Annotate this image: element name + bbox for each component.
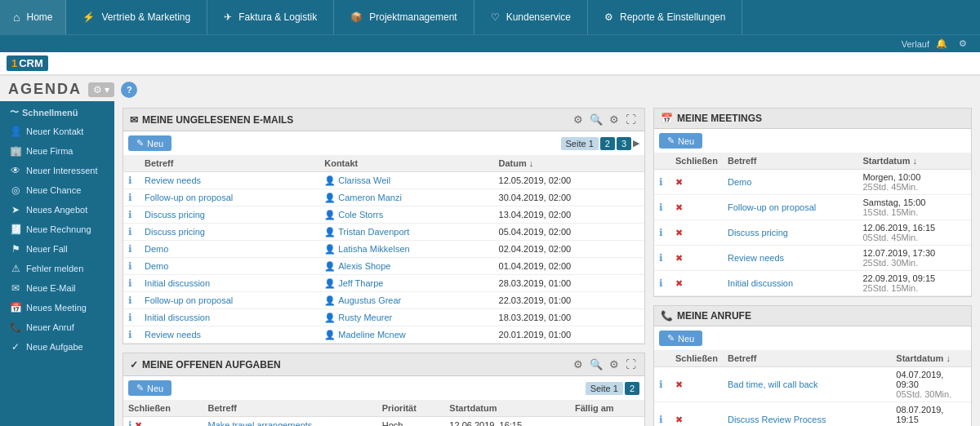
meeting-close-icon[interactable]: ✖ — [675, 253, 683, 263]
emails-new-button[interactable]: ✎ Neu — [128, 135, 172, 151]
call-info-icon[interactable]: ℹ — [659, 379, 663, 390]
emails-page3-btn[interactable]: 3 — [617, 137, 631, 150]
sidebar-item-aufgabe[interactable]: ✓ Neue Aufgabe — [0, 337, 114, 357]
task-info-icon[interactable]: ℹ — [128, 419, 132, 426]
call-close-icon[interactable]: ✖ — [675, 415, 683, 424]
tasks-page2-btn[interactable]: 2 — [625, 382, 639, 395]
tasks-search-icon[interactable]: 🔍 — [588, 357, 604, 371]
contact-cell: 👤Jeff Tharpe — [319, 275, 493, 292]
email-subject-link[interactable]: Discuss pricing — [145, 227, 205, 237]
emails-settings-icon[interactable]: ⚙ — [572, 113, 585, 126]
info-icon[interactable]: ℹ — [128, 209, 132, 220]
sidebar-item-anruf[interactable]: 📞 Neuer Anruf — [0, 317, 114, 337]
email-contact-link[interactable]: Madeline Mcnew — [338, 330, 406, 339]
call-close-icon[interactable]: ✖ — [675, 379, 683, 389]
email-subject-link[interactable]: Demo — [145, 261, 168, 271]
meeting-info-icon[interactable]: ℹ — [659, 252, 663, 264]
info-icon[interactable]: ℹ — [128, 312, 132, 323]
emails-page2-btn[interactable]: 2 — [600, 137, 615, 150]
email-subject-link[interactable]: Initial discussion — [145, 313, 210, 322]
sidebar-item-fehler[interactable]: ⚠ Fehler melden — [0, 259, 114, 278]
info-icon[interactable]: ℹ — [128, 329, 132, 340]
email-contact-link[interactable]: Clarissa Weil — [338, 175, 390, 185]
info-icon[interactable]: ℹ — [128, 192, 132, 203]
meeting-info-icon[interactable]: ℹ — [659, 176, 663, 188]
nav-vertrieb[interactable]: ⚡ Vertrieb & Marketing — [66, 0, 207, 34]
meeting-close-icon[interactable]: ✖ — [675, 202, 683, 212]
contact-cell: 👤Madeline Mcnew — [319, 326, 493, 344]
call-info-icon[interactable]: ℹ — [659, 414, 663, 425]
sidebar-item-email[interactable]: ✉ Neue E-Mail — [0, 278, 114, 298]
nav-projekt[interactable]: 📦 Projektmanagement — [334, 0, 474, 34]
info-icon[interactable]: ℹ — [128, 260, 132, 272]
call-subject-link[interactable]: Bad time, will call back — [728, 379, 818, 389]
sidebar-item-kontakt[interactable]: 👤 Neuer Kontakt — [0, 122, 114, 141]
email-contact-link[interactable]: Jeff Tharpe — [338, 278, 383, 288]
agenda-gear-button[interactable]: ⚙ ▾ — [88, 82, 114, 97]
calls-new-button[interactable]: ✎ Neu — [659, 331, 702, 346]
email-subject-link[interactable]: Discuss pricing — [145, 210, 205, 220]
emails-page1-btn[interactable]: Seite 1 — [561, 137, 599, 150]
email-contact-link[interactable]: Cameron Manzi — [338, 193, 402, 202]
info-icon[interactable]: ℹ — [128, 243, 132, 255]
nav-reporte[interactable]: ⚙ Reporte & Einstellungen — [588, 0, 742, 34]
subject-cell: Follow-up on proposal — [140, 292, 319, 309]
tasks-new-button[interactable]: ✎ Neu — [128, 380, 172, 396]
nav-kunde[interactable]: ♡ Kundenservice — [474, 0, 588, 34]
sidebar-item-interessent[interactable]: 👁 Neuer Interessent — [0, 161, 114, 180]
email-subject-link[interactable]: Review needs — [145, 175, 201, 185]
email-contact-link[interactable]: Augustus Grear — [338, 295, 401, 305]
emails-search-icon[interactable]: 🔍 — [588, 113, 604, 126]
call-subject-link[interactable]: Discuss Review Process — [728, 415, 826, 424]
meeting-subject-link[interactable]: Discuss pricing — [728, 228, 788, 237]
meetings-new-button[interactable]: ✎ Neu — [659, 133, 702, 149]
email-subject-link[interactable]: Review needs — [145, 330, 201, 339]
tasks-expand-icon[interactable]: ⛶ — [624, 357, 638, 371]
settings-icon[interactable]: ⚙ — [959, 38, 967, 49]
bell-icon[interactable]: 🔔 — [936, 38, 947, 49]
meeting-subject-link[interactable]: Follow-up on proposal — [728, 202, 816, 212]
email-contact-link[interactable]: Rusty Meurer — [338, 313, 392, 322]
sidebar-item-firma[interactable]: 🏢 Neue Firma — [0, 141, 114, 161]
info-icon[interactable]: ℹ — [128, 277, 132, 289]
meeting-close-icon[interactable]: ✖ — [675, 177, 683, 187]
meeting-close-icon[interactable]: ✖ — [675, 228, 683, 237]
email-contact-link[interactable]: Tristan Davenport — [338, 227, 409, 237]
info-icon[interactable]: ℹ — [128, 175, 132, 186]
emails-expand-icon[interactable]: ⛶ — [624, 113, 638, 126]
sidebar-item-rechnung[interactable]: 🧾 Neue Rechnung — [0, 220, 114, 239]
meeting-close-icon[interactable]: ✖ — [675, 278, 683, 288]
nav-home[interactable]: ⌂ Home — [0, 0, 66, 34]
emails-config-icon[interactable]: ⚙ — [608, 113, 621, 126]
tasks-settings-icon[interactable]: ⚙ — [572, 357, 585, 371]
email-subject-link[interactable]: Initial discussion — [145, 278, 210, 288]
email-subject-link[interactable]: Follow-up on proposal — [145, 295, 233, 305]
sidebar-item-meeting[interactable]: 📅 Neues Meeting — [0, 298, 114, 317]
agenda-help-button[interactable]: ? — [121, 82, 137, 98]
meeting-subject-link[interactable]: Review needs — [728, 253, 784, 263]
meeting-subject-link[interactable]: Demo — [728, 177, 751, 187]
task-close-icon[interactable]: ✖ — [135, 420, 142, 426]
task-subject-link[interactable]: Make travel arrangements — [208, 420, 313, 426]
meeting-subject-link[interactable]: Initial discussion — [728, 278, 793, 288]
email-contact-link[interactable]: Cole Storrs — [338, 210, 383, 220]
nav-faktura[interactable]: ✈ Faktura & Logistik — [207, 0, 334, 34]
meeting-info-icon[interactable]: ℹ — [659, 277, 663, 289]
tasks-config-icon[interactable]: ⚙ — [608, 357, 621, 371]
sidebar-item-angebot[interactable]: ➤ Neues Angebot — [0, 200, 114, 220]
email-subject-link[interactable]: Follow-up on proposal — [145, 193, 233, 202]
sidebar-menu-label[interactable]: 〜 Schnellmenü — [0, 101, 114, 122]
email-subject-link[interactable]: Demo — [145, 244, 168, 254]
info-icon[interactable]: ℹ — [128, 226, 132, 237]
tasks-col-subject: Betreff — [203, 400, 377, 417]
emails-next-icon[interactable]: ▶ — [633, 138, 639, 149]
verlauf-label[interactable]: Verlauf — [902, 39, 929, 49]
email-contact-link[interactable]: Alexis Shope — [338, 261, 390, 271]
meeting-info-icon[interactable]: ℹ — [659, 227, 663, 238]
tasks-page1-btn[interactable]: Seite 1 — [586, 382, 623, 395]
info-icon[interactable]: ℹ — [128, 295, 132, 306]
sidebar-item-fall[interactable]: ⚑ Neuer Fall — [0, 239, 114, 259]
meeting-info-icon[interactable]: ℹ — [659, 202, 663, 213]
sidebar-item-chance[interactable]: ◎ Neue Chance — [0, 180, 114, 200]
email-contact-link[interactable]: Latisha Mikkelsen — [338, 244, 409, 254]
